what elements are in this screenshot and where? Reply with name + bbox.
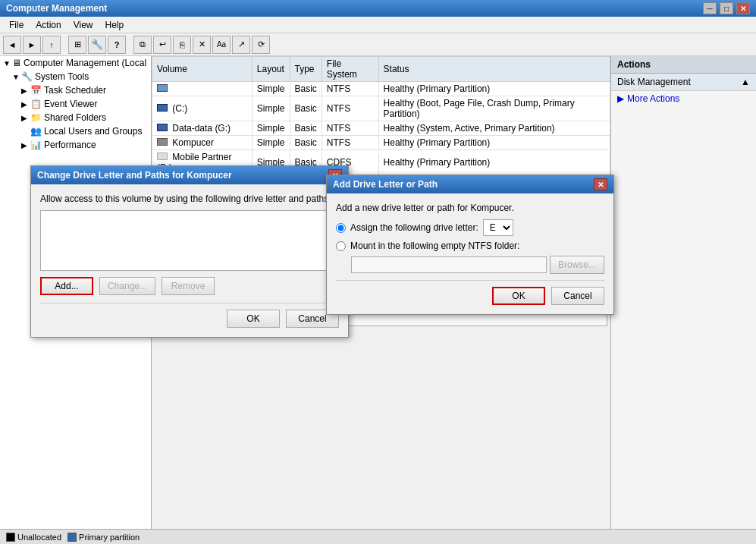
forward-button[interactable]: ► [23,36,41,54]
cell-fs: NTFS [322,82,378,96]
status-bar: Unallocated Primary partition [0,529,756,544]
actions-subheader[interactable]: Disk Management ▲ [611,74,756,91]
change-drive-title: Change Drive Letter and Paths for Kompuc… [37,170,232,181]
menu-action[interactable]: Action [30,18,67,32]
tree-event-viewer[interactable]: ▶ 📋 Event Viewer [0,97,151,111]
browse-button[interactable]: Browse... [550,256,604,274]
cell-fs: NTFS [322,96,378,121]
add-button[interactable]: Add... [40,277,93,295]
expand-icon[interactable]: ▲ [741,77,750,87]
col-layout[interactable]: Layout [252,57,290,82]
table-row[interactable]: Kompucer Simple Basic NTFS Healthy (Prim… [152,136,610,150]
radio-group: Assign the following drive letter: E F G… [336,219,604,274]
scheduler-icon: 📅 [30,85,42,96]
title-controls: ─ □ ✕ [703,2,750,14]
ok-button[interactable]: OK [227,310,280,328]
col-fs[interactable]: File System [322,57,378,82]
tree-shared-folders[interactable]: ▶ 📁 Shared Folders [0,111,151,124]
legend-unallocated: Unallocated [6,533,61,542]
tree-arrow-root[interactable]: ▼ [3,59,11,68]
export-button[interactable]: ↗ [232,36,250,54]
tree-ts-label: Task Scheduler [44,85,106,96]
radio-path[interactable] [336,241,346,251]
actions-header: Actions [611,56,756,74]
radio-letter[interactable] [336,223,346,233]
ntfs-path-input[interactable] [351,256,547,273]
more-actions-label: More Actions [627,93,679,104]
tree-task-scheduler[interactable]: ▶ 📅 Task Scheduler [0,83,151,97]
add-drive-close[interactable]: ✕ [594,178,607,190]
cell-volume: (C:) [152,96,253,121]
radio-row-path: Mount in the following empty NTFS folder… [336,241,604,251]
primary-label: Primary partition [79,533,140,542]
table-row[interactable]: Data-data (G:) Simple Basic NTFS Healthy… [152,121,610,136]
col-volume[interactable]: Volume [152,57,253,82]
add-drive-body: Add a new drive letter or path for Kompu… [327,193,613,314]
tree-toggle-button[interactable]: ⊞ [68,36,86,54]
back2-button[interactable]: ↩ [153,36,171,54]
table-row[interactable]: (C:) Simple Basic NTFS Healthy (Boot, Pa… [152,96,610,121]
more-actions-link[interactable]: ▶ More Actions [611,91,756,106]
unallocated-box [6,533,15,542]
tree-arrow-sf[interactable]: ▶ [21,114,29,122]
cell-fs: NTFS [322,136,378,150]
up-button[interactable]: ↑ [42,36,61,54]
remove-button[interactable]: Remove [162,277,215,295]
actions-title: Actions [617,59,651,70]
users-icon: 👥 [30,126,42,137]
disk-management-title: Disk Management [617,77,691,87]
cell-fs: NTFS [322,121,378,136]
tree-root-label: Computer Management (Local [24,58,146,68]
table-row[interactable]: Simple Basic NTFS Healthy (Primary Parti… [152,82,610,96]
cell-layout: Simple [252,82,290,96]
tree-arrow-ev[interactable]: ▶ [21,100,29,108]
tree-local-users[interactable]: 👥 Local Users and Groups [0,124,151,138]
drive-paths-listbox[interactable] [40,210,339,271]
tree-lu-label: Local Users and Groups [44,126,142,137]
cell-status: Healthy (Boot, Page File, Crash Dump, Pr… [378,96,610,121]
title-bar: Computer Management ─ □ ✕ [0,0,756,17]
event-viewer-icon: 📋 [30,99,42,109]
right-panel: Actions Disk Management ▲ ▶ More Actions [610,56,756,529]
drive-letter-select[interactable]: E F G H [483,219,513,236]
menu-help[interactable]: Help [99,18,130,32]
minimize-button[interactable]: ─ [703,2,717,14]
change-button[interactable]: Change... [99,277,155,295]
add-cancel-button[interactable]: Cancel [551,287,604,305]
add-drive-dialog: Add Drive Letter or Path ✕ Add a new dri… [326,175,614,315]
tree-arrow-ts[interactable]: ▶ [21,86,29,95]
add-drive-title: Add Drive Letter or Path [333,179,438,190]
delete-button[interactable]: ✕ [193,36,211,54]
refresh-button[interactable]: ⟳ [252,36,270,54]
col-status[interactable]: Status [378,57,610,82]
tree-arrow-systemtools[interactable]: ▼ [12,73,20,81]
maximize-button[interactable]: □ [720,2,733,14]
menu-bar: File Action View Help [0,17,756,33]
tree-arrow-perf[interactable]: ▶ [21,141,29,149]
tree-perf-label: Performance [44,140,96,150]
add-ok-button[interactable]: OK [492,287,545,305]
shared-folders-icon: 📁 [30,112,42,123]
change-drive-action-buttons: Add... Change... Remove [40,277,339,295]
radio-letter-label: Assign the following drive letter: [350,222,478,233]
copy-button[interactable]: ⎘ [173,36,191,54]
tree-root[interactable]: ▼ 🖥 Computer Management (Local [0,56,151,70]
change-drive-dialog: Change Drive Letter and Paths for Kompuc… [30,165,349,338]
window-title: Computer Management [6,3,107,14]
tree-system-tools-label: System Tools [35,71,89,82]
cell-type: Basic [290,82,322,96]
cell-layout: Simple [252,121,290,136]
tree-performance[interactable]: ▶ 📊 Performance [0,138,151,152]
new-window-button[interactable]: ⧉ [133,36,152,54]
col-type[interactable]: Type [290,57,322,82]
properties-button[interactable]: 🔧 [88,36,106,54]
help-button[interactable]: ? [108,36,126,54]
tree-system-tools[interactable]: ▼ 🔧 System Tools [0,70,151,83]
menu-file[interactable]: File [3,18,30,32]
rename-button[interactable]: Aa [212,36,231,54]
cell-type: Basic [290,121,322,136]
back-button[interactable]: ◄ [3,36,21,54]
close-button[interactable]: ✕ [736,2,750,14]
menu-view[interactable]: View [67,18,99,32]
cell-type: Basic [290,96,322,121]
